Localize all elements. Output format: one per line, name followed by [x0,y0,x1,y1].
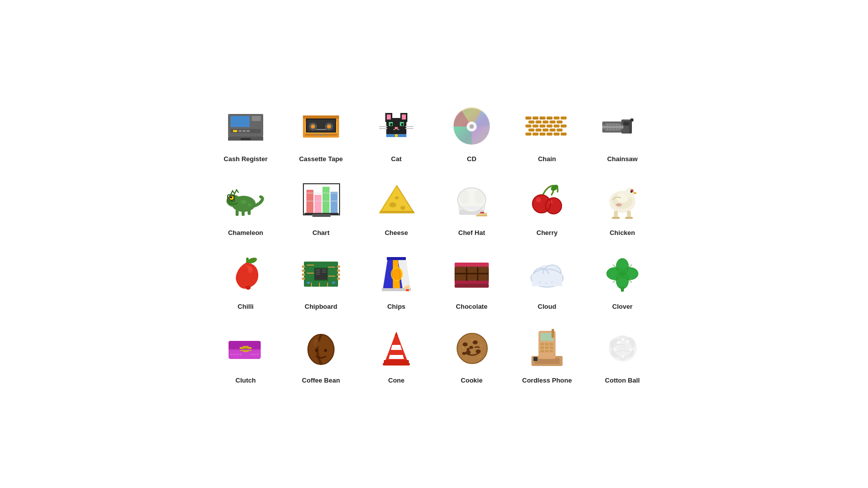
svg-rect-89 [611,125,613,126]
svg-rect-245 [231,354,233,355]
icon-item-chef-hat[interactable]: Chef Hat [439,178,504,236]
svg-point-268 [473,340,478,344]
cherry-icon [524,178,570,223]
cat-icon [374,104,419,149]
svg-rect-7 [247,130,250,132]
svg-rect-170 [302,266,305,268]
svg-rect-165 [316,270,320,271]
svg-point-17 [311,125,315,129]
icon-item-clutch[interactable]: Clutch [213,325,278,384]
svg-rect-83 [629,120,632,134]
svg-rect-176 [337,274,340,276]
svg-rect-86 [602,125,604,126]
svg-point-125 [389,202,396,207]
icon-item-chicken[interactable]: Chicken [590,178,655,236]
icon-item-chameleon[interactable]: Chameleon [213,178,278,236]
svg-rect-28 [402,114,406,119]
svg-rect-286 [550,343,553,345]
icon-item-cherry[interactable]: Cherry [514,178,580,236]
icon-item-cookie[interactable]: Cookie [439,325,504,384]
svg-rect-106 [227,200,231,203]
svg-point-271 [469,346,473,349]
svg-rect-110 [242,210,245,216]
svg-rect-32 [401,124,403,126]
svg-rect-207 [456,275,466,281]
svg-rect-20 [316,129,326,130]
svg-rect-51 [554,116,560,119]
chilli-label: Chilli [238,303,254,310]
svg-rect-287 [540,346,544,349]
icon-item-chain[interactable]: Chain [514,104,580,163]
svg-rect-120 [304,193,339,193]
svg-rect-9 [241,138,251,140]
icon-item-chipboard[interactable]: Chipboard [288,252,354,310]
cone-icon [374,325,419,371]
svg-rect-291 [545,350,549,352]
svg-rect-59 [532,125,538,128]
icon-item-chainsaw[interactable]: Chainsaw [590,104,655,163]
chips-label: Chips [387,303,405,310]
svg-rect-247 [237,354,239,355]
icon-item-cassette-tape[interactable]: Cassette Tape [288,104,354,163]
svg-rect-169 [322,272,326,273]
svg-rect-138 [480,212,484,213]
svg-rect-63 [561,125,567,128]
icon-item-cd[interactable]: CD [439,104,504,163]
icon-item-chilli[interactable]: Chilli [213,252,278,310]
icon-item-chart[interactable]: Chart [288,178,354,236]
icon-item-cone[interactable]: Cone [364,325,429,384]
chameleon-icon [223,178,268,223]
svg-rect-289 [550,346,553,349]
svg-point-276 [480,344,482,346]
svg-rect-39 [405,126,413,127]
svg-point-161 [248,266,252,273]
icon-item-cat[interactable]: Cat [364,104,429,163]
svg-rect-34 [393,129,395,130]
svg-marker-259 [389,355,404,359]
cookie-label: Cookie [461,377,482,384]
svg-point-37 [395,134,398,137]
svg-rect-88 [608,125,610,126]
svg-rect-281 [533,357,537,361]
clutch-icon [223,325,268,371]
cat-label: Cat [391,155,402,163]
cheese-icon [374,178,419,223]
icon-item-cheese[interactable]: Cheese [364,178,429,236]
svg-point-104 [230,196,232,198]
svg-point-303 [626,340,629,343]
icon-item-coffee-bean[interactable]: Coffee Bean [288,325,354,384]
svg-rect-84 [630,118,633,121]
svg-rect-148 [627,211,631,218]
svg-rect-206 [479,267,488,273]
svg-point-46 [470,125,473,128]
chain-label: Chain [538,155,556,163]
svg-rect-52 [561,116,567,119]
icon-item-clover[interactable]: Clover [590,252,655,310]
svg-rect-33 [395,127,398,129]
chainsaw-label: Chainsaw [607,155,638,163]
icon-item-cloud[interactable]: Cloud [514,252,580,310]
icon-item-chips[interactable]: Chips [364,252,429,310]
icon-item-cotton-ball[interactable]: Cotton Ball [590,325,655,384]
svg-rect-166 [316,272,320,273]
icon-item-cordless-phone[interactable]: Cordless Phone [514,325,580,384]
chips-icon [374,252,419,297]
chicken-icon [600,178,645,223]
svg-rect-68 [557,129,563,132]
cheese-label: Cheese [385,229,408,236]
svg-rect-248 [240,354,242,355]
icon-item-chocolate[interactable]: Chocolate [439,252,504,310]
svg-point-307 [621,355,624,358]
svg-point-160 [246,286,251,290]
svg-point-22 [315,134,317,136]
svg-rect-186 [332,282,335,284]
cone-label: Cone [388,377,405,384]
chicken-label: Chicken [610,229,635,236]
svg-rect-99 [620,128,622,130]
icon-item-cash-register[interactable]: Cash Register [213,104,278,163]
svg-marker-261 [390,351,403,354]
svg-point-274 [467,348,470,351]
svg-rect-155 [633,192,636,194]
svg-point-108 [248,203,252,206]
svg-rect-75 [525,118,531,119]
